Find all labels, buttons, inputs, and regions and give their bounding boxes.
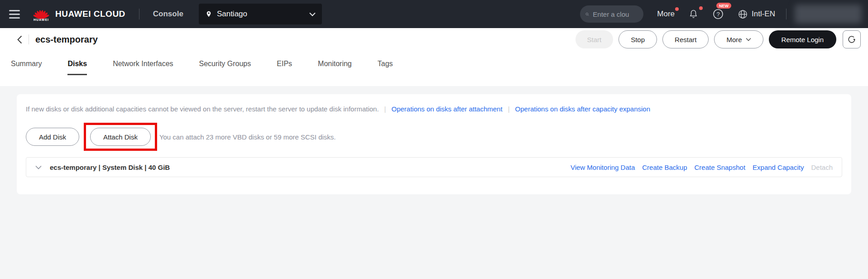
notice-text: If new disks or disk additional capaciti…	[26, 105, 379, 113]
more-menu[interactable]: More	[657, 10, 675, 19]
create-backup-link[interactable]: Create Backup	[642, 164, 687, 171]
remote-login-button[interactable]: Remote Login	[769, 30, 836, 48]
page-title: ecs-temporary	[35, 34, 98, 45]
refresh-button[interactable]	[843, 30, 861, 48]
logo-text: HUAWEI	[34, 18, 49, 21]
language-selector[interactable]: Intl-EN	[738, 9, 775, 19]
content-area: If new disks or disk additional capaciti…	[0, 86, 868, 279]
huawei-logo[interactable]: HUAWEI	[33, 7, 50, 21]
top-navbar: HUAWEI HUAWEI CLOUD Console Santiago Mor…	[0, 0, 868, 28]
global-search[interactable]	[580, 5, 643, 23]
back-button[interactable]	[17, 35, 22, 44]
expand-capacity-link[interactable]: Expand Capacity	[753, 164, 804, 171]
bell-icon	[688, 9, 699, 19]
svg-text:?: ?	[716, 11, 719, 18]
new-badge: NEW	[716, 3, 731, 9]
link-operations-after-expansion[interactable]: Operations on disks after capacity expan…	[515, 105, 651, 113]
page-header: ecs-temporary Start Stop Restart More Re…	[0, 28, 868, 51]
region-label: Santiago	[217, 10, 309, 19]
tab-summary[interactable]: Summary	[11, 60, 42, 75]
help-question-icon: ?	[712, 8, 724, 20]
tab-security-groups[interactable]: Security Groups	[199, 60, 251, 75]
divider	[29, 34, 29, 44]
tab-monitoring[interactable]: Monitoring	[318, 60, 352, 75]
location-pin-icon	[205, 10, 212, 19]
tab-tags[interactable]: Tags	[378, 60, 393, 75]
restart-button[interactable]: Restart	[662, 30, 709, 48]
region-selector[interactable]: Santiago	[199, 4, 322, 24]
more-label: More	[657, 10, 675, 19]
notification-dot	[675, 7, 679, 11]
link-operations-after-attachment[interactable]: Operations on disks after attachment	[391, 105, 502, 113]
create-snapshot-link[interactable]: Create Snapshot	[694, 164, 745, 171]
disk-notice: If new disks or disk additional capaciti…	[26, 105, 842, 113]
divider	[786, 9, 786, 19]
brand-name: HUAWEI CLOUD	[55, 9, 125, 19]
red-highlight-box: Attach Disk	[84, 123, 157, 151]
more-actions-label: More	[726, 36, 742, 43]
add-disk-button[interactable]: Add Disk	[26, 128, 79, 146]
disk-row: ecs-temporary | System Disk | 40 GiB Vie…	[26, 157, 842, 177]
help-center[interactable]: ? NEW	[712, 8, 724, 20]
console-link[interactable]: Console	[153, 10, 183, 19]
search-icon	[585, 10, 589, 18]
notifications-bell[interactable]	[688, 9, 699, 19]
huawei-flower-icon	[33, 7, 50, 19]
globe-icon	[738, 9, 748, 19]
attach-capacity-hint: You can attach 23 more VBD disks or 59 m…	[159, 133, 336, 141]
detail-tabs: Summary Disks Network Interfaces Securit…	[0, 51, 868, 86]
chevron-left-icon	[17, 35, 22, 44]
more-actions-button[interactable]: More	[714, 30, 763, 48]
stop-button[interactable]: Stop	[619, 30, 657, 48]
tab-eips[interactable]: EIPs	[277, 60, 292, 75]
chevron-down-icon	[746, 38, 751, 41]
disks-panel: If new disks or disk additional capaciti…	[17, 94, 851, 194]
divider	[139, 9, 139, 19]
hamburger-menu-icon[interactable]	[9, 10, 20, 19]
refresh-icon	[847, 35, 856, 44]
tab-disks[interactable]: Disks	[67, 60, 87, 75]
notification-dot	[699, 6, 703, 10]
divider: |	[384, 105, 386, 113]
chevron-down-icon	[35, 165, 42, 169]
locale-label: Intl-EN	[752, 10, 775, 19]
view-monitoring-data-link[interactable]: View Monitoring Data	[571, 164, 635, 171]
start-button: Start	[575, 30, 614, 48]
account-name-redacted[interactable]	[795, 5, 862, 24]
disk-actions-row: Add Disk Attach Disk You can attach 23 m…	[26, 123, 842, 151]
expand-row-button[interactable]	[35, 165, 42, 169]
disk-name: ecs-temporary | System Disk | 40 GiB	[50, 164, 170, 171]
search-input[interactable]	[593, 10, 638, 18]
detach-link-disabled: Detach	[811, 164, 833, 171]
attach-disk-button[interactable]: Attach Disk	[90, 128, 151, 146]
chevron-down-icon	[309, 12, 316, 16]
tab-network-interfaces[interactable]: Network Interfaces	[113, 60, 173, 75]
divider: |	[508, 105, 510, 113]
